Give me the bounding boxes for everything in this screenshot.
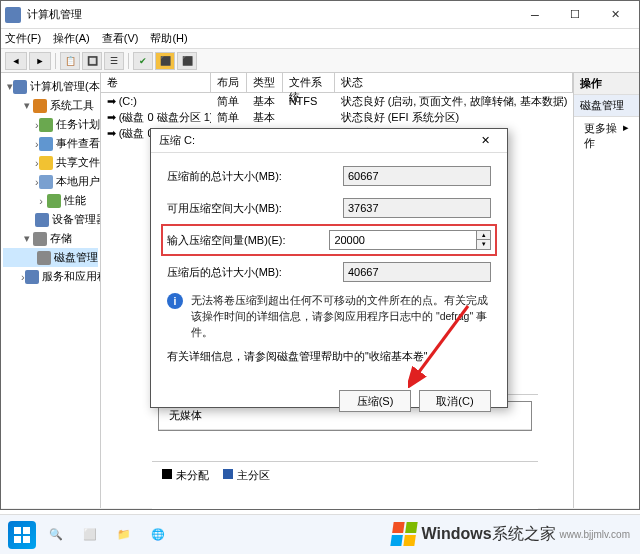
col-type[interactable]: 类型	[247, 73, 283, 92]
start-button[interactable]	[8, 521, 36, 549]
help-link-text: 有关详细信息，请参阅磁盘管理帮助中的"收缩基本卷"	[167, 350, 491, 364]
avail-size-label: 可用压缩空间大小(MB):	[167, 201, 343, 216]
close-button[interactable]: ✕	[595, 3, 635, 27]
edge-icon[interactable]: 🌐	[144, 521, 172, 549]
toolbar: ◄ ► 📋 🔲 ☰ ✔ ⬛ ⬛	[1, 49, 639, 73]
tree-system-tools[interactable]: ▾系统工具	[3, 96, 98, 115]
before-size-label: 压缩前的总计大小(MB):	[167, 169, 343, 184]
after-size-label: 压缩后的总计大小(MB):	[167, 265, 343, 280]
maximize-button[interactable]: ☐	[555, 3, 595, 27]
toolbar-btn-5[interactable]: ⬛	[155, 52, 175, 70]
before-size-field	[343, 166, 491, 186]
tree-performance[interactable]: ›性能	[3, 191, 98, 210]
menu-help[interactable]: 帮助(H)	[150, 31, 187, 46]
minimize-button[interactable]: ─	[515, 3, 555, 27]
toolbar-btn-3[interactable]: ☰	[104, 52, 124, 70]
tree-storage[interactable]: ▾存储	[3, 229, 98, 248]
dialog-titlebar: 压缩 C: ✕	[151, 129, 507, 153]
app-icon	[5, 7, 21, 23]
navigation-tree: ▾计算机管理(本地) ▾系统工具 ›任务计划程序 ›事件查看器 ›共享文件夹 ›…	[1, 73, 101, 508]
svg-rect-4	[23, 536, 30, 543]
col-volume[interactable]: 卷	[101, 73, 211, 92]
actions-header: 操作	[574, 73, 639, 95]
more-actions[interactable]: 更多操作▸	[574, 117, 639, 155]
actions-section: 磁盘管理	[574, 95, 639, 117]
svg-rect-2	[23, 527, 30, 534]
list-item[interactable]: ➡ (C:) 简单 基本 NTFS 状态良好 (启动, 页面文件, 故障转储, …	[101, 93, 574, 109]
cancel-button[interactable]: 取消(C)	[419, 390, 491, 412]
toolbar-btn-1[interactable]: 📋	[60, 52, 80, 70]
menubar: 文件(F) 操作(A) 查看(V) 帮助(H)	[1, 29, 639, 49]
spinner-up-button[interactable]: ▲	[477, 231, 490, 240]
tree-local-users[interactable]: ›本地用户和组	[3, 172, 98, 191]
info-icon: i	[167, 293, 183, 309]
tree-device-manager[interactable]: 设备管理器	[3, 210, 98, 229]
col-status[interactable]: 状态	[335, 73, 574, 92]
input-size-label: 输入压缩空间量(MB)(E):	[167, 233, 329, 248]
legend-unalloc-icon	[162, 469, 172, 479]
col-fs[interactable]: 文件系统	[283, 73, 335, 92]
tree-event-viewer[interactable]: ›事件查看器	[3, 134, 98, 153]
window-title: 计算机管理	[27, 7, 515, 22]
dialog-title: 压缩 C:	[159, 133, 471, 148]
watermark-brand: Windows	[422, 525, 492, 543]
menu-view[interactable]: 查看(V)	[102, 31, 139, 46]
search-icon[interactable]: 🔍	[42, 521, 70, 549]
svg-rect-3	[14, 536, 21, 543]
actions-panel: 操作 磁盘管理 更多操作▸	[573, 73, 639, 508]
task-view-icon[interactable]: ⬜	[76, 521, 104, 549]
legend-primary-icon	[223, 469, 233, 479]
tree-disk-management[interactable]: 磁盘管理	[3, 248, 98, 267]
legend: 未分配 主分区	[152, 461, 538, 489]
nav-back-button[interactable]: ◄	[5, 52, 27, 70]
watermark-url: www.bjjmlv.com	[560, 529, 630, 540]
menu-action[interactable]: 操作(A)	[53, 31, 90, 46]
dialog-close-button[interactable]: ✕	[471, 134, 499, 147]
toolbar-btn-6[interactable]: ⬛	[177, 52, 197, 70]
spinner: ▲ ▼	[477, 230, 491, 250]
tree-services[interactable]: ›服务和应用程序	[3, 267, 98, 286]
titlebar: 计算机管理 ─ ☐ ✕	[1, 1, 639, 29]
refresh-button[interactable]: ✔	[133, 52, 153, 70]
nav-forward-button[interactable]: ►	[29, 52, 51, 70]
input-highlight: 输入压缩空间量(MB)(E): ▲ ▼	[161, 224, 497, 256]
spinner-down-button[interactable]: ▼	[477, 240, 490, 249]
avail-size-field	[343, 198, 491, 218]
toolbar-btn-2[interactable]: 🔲	[82, 52, 102, 70]
shrink-dialog: 压缩 C: ✕ 压缩前的总计大小(MB): 可用压缩空间大小(MB): 输入压缩…	[150, 128, 508, 408]
list-item[interactable]: ➡ (磁盘 0 磁盘分区 1) 简单 基本 状态良好 (EFI 系统分区)	[101, 109, 574, 125]
menu-file[interactable]: 文件(F)	[5, 31, 41, 46]
svg-rect-1	[14, 527, 21, 534]
watermark-suffix: 系统之家	[492, 524, 556, 545]
info-block: i 无法将卷压缩到超出任何不可移动的文件所在的点。有关完成该操作时间的详细信息，…	[167, 293, 491, 340]
tree-root[interactable]: ▾计算机管理(本地)	[3, 77, 98, 96]
tree-shared-folders[interactable]: ›共享文件夹	[3, 153, 98, 172]
file-explorer-icon[interactable]: 📁	[110, 521, 138, 549]
shrink-button[interactable]: 压缩(S)	[339, 390, 411, 412]
chevron-right-icon: ▸	[623, 121, 629, 151]
windows-logo-icon	[390, 522, 417, 546]
volume-list-header: 卷 布局 类型 文件系统 状态	[101, 73, 574, 93]
watermark: Windows 系统之家 www.bjjmlv.com	[392, 522, 630, 546]
after-size-field	[343, 262, 491, 282]
info-text: 无法将卷压缩到超出任何不可移动的文件所在的点。有关完成该操作时间的详细信息，请参…	[191, 293, 491, 340]
shrink-amount-input[interactable]	[329, 230, 477, 250]
tree-task-scheduler[interactable]: ›任务计划程序	[3, 115, 98, 134]
col-layout[interactable]: 布局	[211, 73, 247, 92]
